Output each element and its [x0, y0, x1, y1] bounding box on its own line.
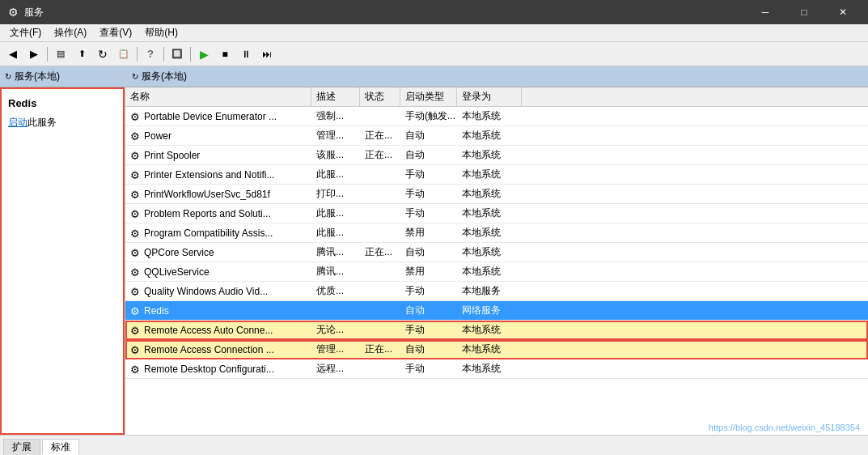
refresh-icon: ↻ — [5, 72, 11, 81]
play-button[interactable]: ▶ — [194, 45, 214, 63]
tab-expand[interactable]: 扩展 — [3, 439, 40, 455]
cell-desc: 强制... — [311, 107, 360, 125]
gear-icon: ⚙ — [130, 111, 142, 122]
help-button[interactable]: ? — [141, 45, 160, 63]
menu-help[interactable]: 帮助(H) — [138, 24, 184, 41]
cell-login: 网络服务 — [457, 301, 522, 320]
menu-action[interactable]: 操作(A) — [48, 24, 93, 41]
table-row[interactable]: ⚙Power管理...正在...自动本地系统 — [125, 126, 868, 146]
cell-startup: 手动 — [400, 185, 457, 203]
cell-startup: 自动 — [400, 340, 457, 359]
forward-button[interactable]: ▶ — [24, 45, 44, 63]
cell-desc: 腾讯... — [311, 262, 360, 281]
cell-login: 本地系统 — [457, 359, 522, 378]
cell-state: 正在... — [360, 126, 400, 145]
col-state: 状态 — [360, 87, 400, 106]
refresh-button[interactable]: ↻ — [93, 45, 112, 63]
cell-desc: 管理... — [311, 126, 360, 145]
table-row[interactable]: ⚙Portable Device Enumerator ...强制...手动(触… — [125, 107, 868, 126]
cell-startup: 手动 — [400, 282, 457, 300]
table-row[interactable]: ⚙Print Spooler该服...正在...自动本地系统 — [125, 146, 868, 165]
col-name: 名称 — [125, 87, 311, 106]
table-row[interactable]: ⚙Problem Reports and Soluti...此服...手动本地系… — [125, 204, 868, 223]
restart-button[interactable]: ⏭ — [257, 45, 277, 63]
cell-service-name: ⚙Problem Reports and Soluti... — [125, 204, 311, 223]
gear-icon: ⚙ — [130, 150, 142, 161]
table-row[interactable]: ⚙Remote Desktop Configurati...远程...手动本地系… — [125, 359, 868, 379]
cell-startup: 禁用 — [400, 223, 457, 242]
cell-desc: 管理... — [311, 340, 360, 359]
cell-state — [360, 165, 400, 184]
show-hide-button[interactable]: ▤ — [51, 45, 70, 63]
properties-button[interactable]: 🔲 — [167, 45, 187, 63]
service-action-container: 启动此服务 — [8, 116, 116, 130]
gear-icon: ⚙ — [130, 266, 142, 278]
cell-login: 本地系统 — [457, 126, 522, 145]
titlebar-title: 服务 — [24, 6, 747, 19]
table-row[interactable]: ⚙Redis自动网络服务 — [125, 301, 868, 321]
cell-state — [360, 107, 400, 125]
cell-login: 本地系统 — [457, 185, 522, 203]
toolbar-separator-3 — [163, 47, 164, 62]
cell-service-name: ⚙Power — [125, 126, 311, 145]
table-row[interactable]: ⚙Remote Access Connection ...管理...正在...自… — [125, 340, 868, 359]
up-button[interactable]: ⬆ — [72, 45, 91, 63]
tab-standard[interactable]: 标准 — [42, 439, 79, 455]
cell-service-name: ⚙Printer Extensions and Notifi... — [125, 165, 311, 184]
table-row[interactable]: ⚙QQLiveService腾讯...禁用本地系统 — [125, 262, 868, 282]
export-button[interactable]: 📋 — [114, 45, 133, 63]
cell-startup: 手动 — [400, 321, 457, 339]
cell-state: 正在... — [360, 340, 400, 359]
table-row[interactable]: ⚙Quality Windows Audio Vid...优质...手动本地服务 — [125, 282, 868, 301]
stop-button[interactable]: ■ — [215, 45, 235, 63]
menubar: 文件(F) 操作(A) 查看(V) 帮助(H) — [0, 24, 868, 42]
table-row[interactable]: ⚙QPCore Service腾讯...正在...自动本地系统 — [125, 243, 868, 262]
cell-login: 本地系统 — [457, 165, 522, 184]
left-panel-content: Redis 启动此服务 — [0, 87, 125, 435]
cell-startup: 自动 — [400, 126, 457, 145]
table-row[interactable]: ⚙Program Compatibility Assis...此服...禁用本地… — [125, 223, 868, 243]
selected-service-name: Redis — [8, 97, 116, 109]
gear-icon: ⚙ — [130, 208, 142, 219]
cell-service-name: ⚙Print Spooler — [125, 146, 311, 164]
app-icon: ⚙ — [6, 6, 19, 19]
cell-desc — [311, 301, 360, 320]
cell-desc: 该服... — [311, 146, 360, 164]
gear-icon: ⚙ — [130, 344, 142, 355]
table-header: 名称 描述 状态 启动类型 登录为 — [125, 87, 868, 107]
table-row[interactable]: ⚙Printer Extensions and Notifi...此服...手动… — [125, 165, 868, 185]
menu-file[interactable]: 文件(F) — [3, 24, 48, 41]
pause-button[interactable]: ⏸ — [236, 45, 256, 63]
col-login: 登录为 — [457, 87, 522, 106]
close-button[interactable]: ✕ — [824, 0, 862, 24]
cell-state: 正在... — [360, 146, 400, 164]
panel-refresh-icon: ↻ — [132, 72, 138, 81]
cell-startup: 手动 — [400, 204, 457, 223]
menu-view[interactable]: 查看(V) — [93, 24, 138, 41]
cell-startup: 手动(触发... — [400, 107, 457, 125]
cell-desc: 远程... — [311, 359, 360, 378]
maximize-button[interactable]: □ — [785, 0, 823, 24]
cell-desc: 此服... — [311, 223, 360, 242]
cell-login: 本地系统 — [457, 223, 522, 242]
cell-state — [360, 282, 400, 300]
cell-desc: 无论... — [311, 321, 360, 339]
minimize-button[interactable]: ─ — [747, 0, 784, 24]
cell-state — [360, 301, 400, 320]
toolbar: ◀ ▶ ▤ ⬆ ↻ 📋 ? 🔲 ▶ ■ ⏸ ⏭ — [0, 42, 868, 66]
table-row[interactable]: ⚙PrintWorkflowUserSvc_5d81f打印...手动本地系统 — [125, 185, 868, 204]
cell-service-name: ⚙QPCore Service — [125, 243, 311, 262]
start-service-link[interactable]: 启动 — [8, 117, 28, 128]
cell-state: 正在... — [360, 243, 400, 262]
gear-icon: ⚙ — [130, 247, 142, 258]
cell-state — [360, 204, 400, 223]
cell-login: 本地系统 — [457, 204, 522, 223]
cell-login: 本地系统 — [457, 262, 522, 281]
cell-login: 本地系统 — [457, 146, 522, 164]
back-button[interactable]: ◀ — [3, 45, 23, 63]
cell-state — [360, 262, 400, 281]
table-row[interactable]: ⚙Remote Access Auto Conne...无论...手动本地系统 — [125, 321, 868, 340]
gear-icon: ⚙ — [130, 228, 142, 239]
cell-login: 本地服务 — [457, 282, 522, 300]
gear-icon: ⚙ — [130, 364, 142, 375]
